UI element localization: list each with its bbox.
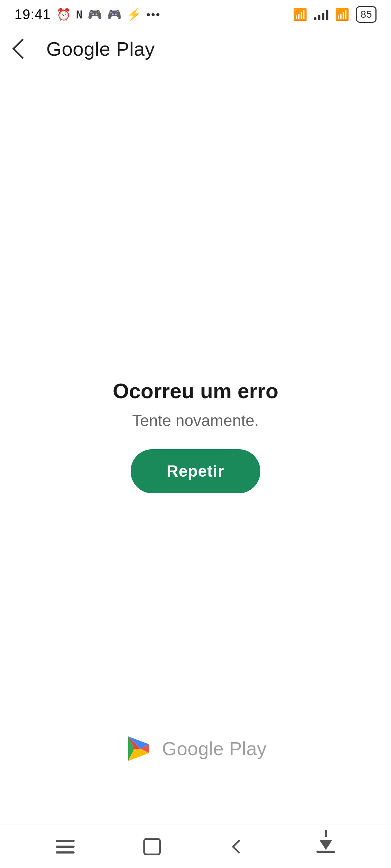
error-section: Ocorreu um erro Tente novamente. Repetir [113,379,278,493]
gaming2-icon: 🎮 [107,8,122,21]
status-left: 19:41 ⏰ N 🎮 🎮 ⚡ ••• [14,7,161,22]
bottom-logo-area: Google Play [0,712,391,774]
status-time: 19:41 [14,7,51,22]
chevron-left-icon [232,839,246,854]
alarm-icon: ⏰ [56,8,71,21]
nav-menu-button[interactable] [47,832,83,861]
nav-back-button[interactable] [221,832,257,861]
nav-bar [0,825,391,868]
battery-level: 85 [361,9,372,20]
error-subtitle: Tente novamente. [132,412,259,430]
app-header: Google Play [0,29,391,69]
error-title: Ocorreu um erro [113,379,278,403]
nav-downloads-button[interactable] [308,832,344,861]
more-icon: ••• [146,8,161,21]
google-play-logo-icon [125,734,154,763]
gaming1-icon: 🎮 [88,8,102,21]
battery-indicator: 85 [356,6,377,23]
square-icon [143,838,161,855]
status-icons: ⏰ N 🎮 🎮 ⚡ ••• [56,8,161,21]
download-icon [316,841,335,853]
bolt-icon: ⚡ [127,8,141,21]
back-button[interactable] [12,38,33,60]
status-bar: 19:41 ⏰ N 🎮 🎮 ⚡ ••• 📶 📶 85 [0,0,391,29]
status-right: 📶 📶 85 [293,6,377,23]
wifi-icon: 📶 [335,8,349,21]
main-content: Ocorreu um erro Tente novamente. Repetir… [0,69,391,825]
nav-recents-button[interactable] [134,832,170,861]
signal-bars-icon [314,9,328,20]
back-arrow-icon [12,39,33,59]
bluetooth-icon: 📶 [293,8,307,21]
page-title: Google Play [46,38,155,60]
bottom-logo-text: Google Play [162,738,267,760]
hamburger-icon [56,840,75,854]
nfc-icon: N [76,8,83,21]
retry-button[interactable]: Repetir [131,449,261,493]
